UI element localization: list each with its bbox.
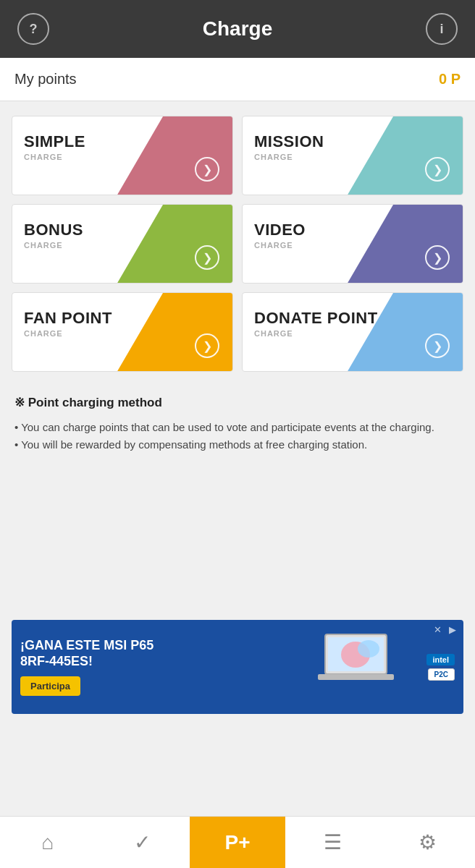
- card-title-bonus: BONUS: [24, 221, 83, 239]
- nav-item-settings[interactable]: ⚙: [380, 817, 475, 868]
- card-text-fanpoint: FAN POINT CHARGE: [24, 309, 112, 338]
- nav-item-points[interactable]: P+: [190, 817, 285, 868]
- info-icon[interactable]: i: [426, 13, 458, 45]
- card-text-mission: MISSION CHARGE: [254, 132, 324, 161]
- card-subtitle-video: CHARGE: [254, 241, 306, 250]
- card-text-bonus: BONUS CHARGE: [24, 221, 83, 250]
- bottom-nav: ⌂✓P+☰⚙: [0, 816, 475, 868]
- info-text: • You can charge points that can be used…: [14, 419, 461, 454]
- mission-charge-card[interactable]: MISSION CHARGE ❯: [242, 116, 463, 195]
- charge-grid: SIMPLE CHARGE ❯ MISSION CHARGE ❯ BONUS C…: [0, 101, 475, 383]
- card-triangle-bonus: [117, 205, 232, 284]
- bonus-charge-card[interactable]: BONUS CHARGE ❯: [12, 204, 233, 284]
- svg-point-4: [358, 640, 379, 658]
- fanpoint-charge-card[interactable]: FAN POINT CHARGE ❯: [12, 292, 233, 372]
- card-title-donatepoint: DONATE POINT: [254, 309, 378, 328]
- card-title-mission: MISSION: [254, 132, 324, 151]
- nav-item-check[interactable]: ✓: [95, 817, 190, 868]
- card-arrow-donatepoint: ❯: [425, 333, 450, 358]
- header: ? Charge i: [0, 0, 475, 58]
- card-text-video: VIDEO CHARGE: [254, 221, 306, 250]
- card-triangle-fanpoint: [117, 293, 232, 372]
- video-charge-card[interactable]: VIDEO CHARGE ❯: [242, 204, 463, 284]
- intel-badge: intel: [426, 654, 455, 665]
- card-title-video: VIDEO: [254, 221, 306, 239]
- points-value: 0 P: [439, 71, 461, 88]
- ad-banner: ✕ ▶ ¡GANA ESTE MSI P658RF-445ES! Partici…: [12, 620, 463, 714]
- card-subtitle-donatepoint: CHARGE: [254, 329, 378, 338]
- card-subtitle-bonus: CHARGE: [24, 241, 83, 250]
- card-arrow-fanpoint: ❯: [195, 333, 219, 358]
- card-subtitle-fanpoint: CHARGE: [24, 329, 112, 338]
- nav-item-home[interactable]: ⌂: [0, 817, 95, 868]
- ad-badges: intel P2C: [426, 654, 455, 681]
- page-title: Charge: [203, 17, 272, 41]
- card-title-simple: SIMPLE: [24, 132, 85, 151]
- card-arrow-mission: ❯: [425, 157, 450, 182]
- help-icon[interactable]: ?: [17, 13, 49, 45]
- ad-close-icon[interactable]: ✕: [434, 624, 442, 635]
- card-arrow-bonus: ❯: [195, 245, 219, 270]
- info-title: ※ Point charging method: [14, 395, 461, 410]
- card-triangle-video: [347, 205, 463, 284]
- nav-icon-list: ☰: [324, 830, 342, 854]
- card-arrow-simple: ❯: [195, 157, 219, 182]
- ad-menu-icon[interactable]: ▶: [449, 624, 456, 635]
- info-section: ※ Point charging method • You can charge…: [0, 383, 475, 475]
- donatepoint-charge-card[interactable]: DONATE POINT CHARGE ❯: [242, 292, 463, 372]
- card-title-fanpoint: FAN POINT: [24, 309, 112, 328]
- card-subtitle-mission: CHARGE: [254, 153, 324, 161]
- ad-participate-button[interactable]: Participa: [20, 676, 80, 696]
- card-triangle-mission: [347, 116, 463, 195]
- ad-laptop-image: [311, 631, 426, 703]
- card-text-simple: SIMPLE CHARGE: [24, 132, 85, 161]
- p2c-badge: P2C: [428, 668, 455, 681]
- nav-icon-settings: ⚙: [419, 830, 437, 854]
- nav-item-list[interactable]: ☰: [285, 817, 380, 868]
- ad-headline: ¡GANA ESTE MSI P658RF-445ES!: [20, 638, 311, 669]
- nav-icon-home: ⌂: [41, 831, 54, 854]
- simple-charge-card[interactable]: SIMPLE CHARGE ❯: [12, 116, 233, 195]
- card-subtitle-simple: CHARGE: [24, 153, 85, 161]
- nav-icon-points: P+: [224, 831, 250, 854]
- svg-rect-5: [318, 674, 394, 680]
- card-text-donatepoint: DONATE POINT CHARGE: [254, 309, 378, 338]
- points-bar: My points 0 P: [0, 58, 475, 101]
- card-arrow-video: ❯: [425, 245, 450, 270]
- points-label: My points: [14, 71, 77, 88]
- card-triangle-simple: [117, 116, 232, 195]
- nav-icon-check: ✓: [134, 830, 151, 854]
- ad-text-block: ¡GANA ESTE MSI P658RF-445ES! Participa: [20, 638, 311, 696]
